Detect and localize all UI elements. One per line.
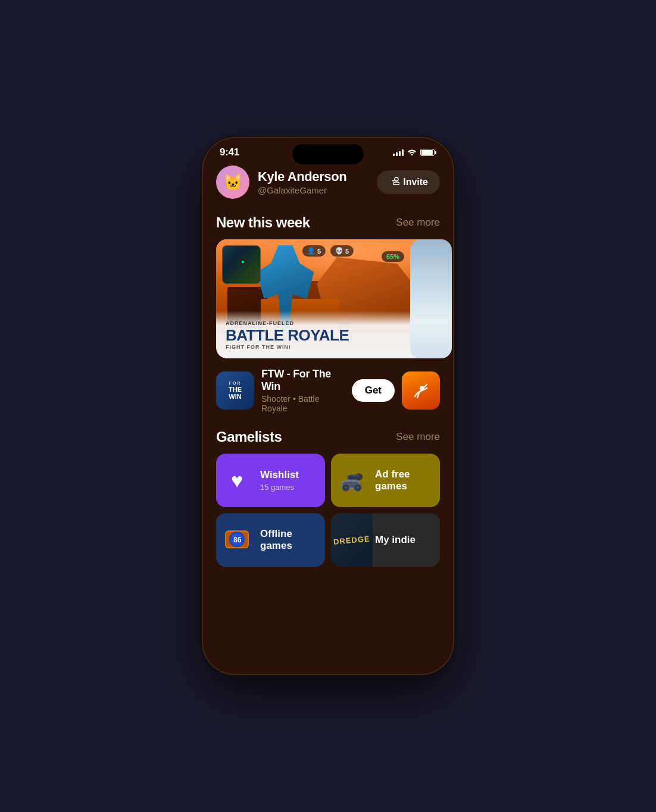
avatar: 🐱 bbox=[216, 165, 249, 199]
wishlist-name: Wishlist bbox=[260, 469, 319, 481]
road-sign-icon: 86 bbox=[221, 524, 252, 555]
card-tagline: Fight for the win! bbox=[226, 344, 430, 350]
indie-text: My indie bbox=[373, 534, 440, 546]
hud-players-badge: 👤 5 bbox=[302, 245, 326, 257]
game-details: FTW - For The Win Shooter • Battle Royal… bbox=[261, 368, 345, 413]
hud-players1: 5 bbox=[317, 248, 321, 255]
game-icon-inner: FOR THE WIN bbox=[216, 371, 254, 410]
offline-text: Offline games bbox=[258, 528, 325, 552]
peek-card bbox=[410, 239, 452, 358]
dredge-icon-container: DREDGE bbox=[331, 513, 373, 567]
svg-point-5 bbox=[420, 386, 424, 391]
hud-top: 👤 5 💀 5 bbox=[302, 245, 354, 257]
status-bar: 9:41 bbox=[203, 138, 453, 163]
peek-game-icon-inner bbox=[402, 371, 440, 410]
profile-name: Kyle Anderson bbox=[258, 169, 346, 185]
status-icons bbox=[393, 148, 436, 157]
wifi-icon bbox=[407, 148, 417, 157]
game-icon: FOR THE WIN bbox=[216, 371, 254, 410]
svg-point-16 bbox=[357, 474, 359, 477]
minimap-player-dot bbox=[242, 261, 244, 263]
game-icon-win: WIN bbox=[229, 393, 241, 400]
invite-button[interactable]: Invite bbox=[377, 170, 440, 194]
invite-label: Invite bbox=[403, 177, 428, 188]
gamelists-header: Gamelists See more bbox=[216, 429, 440, 445]
player-icon: 👤 bbox=[307, 247, 315, 255]
phone-frame: 9:41 bbox=[203, 138, 453, 674]
minimap bbox=[222, 245, 261, 284]
new-this-week-see-more[interactable]: See more bbox=[396, 217, 440, 229]
game-icon-for: FOR bbox=[229, 381, 242, 386]
game-screenshot: 👤 5 💀 5 65% bbox=[216, 239, 440, 358]
peek-card-inner bbox=[410, 239, 452, 358]
enemy-icon: 💀 bbox=[335, 247, 343, 255]
status-time: 9:41 bbox=[220, 146, 239, 158]
progress-ring: 65% bbox=[382, 251, 404, 262]
gamelist-item-wishlist[interactable]: ♥ Wishlist 15 games bbox=[216, 454, 325, 507]
content-scroll[interactable]: 🐱 Kyle Anderson @GalaxiteGamer Invite bbox=[203, 163, 453, 666]
ad-free-name: Ad freegames bbox=[375, 469, 434, 493]
cannon-icon-container bbox=[331, 454, 373, 507]
avatar-image: 🐱 bbox=[216, 165, 249, 199]
card-banner: Adrenaline-fueled Battle Royale Fight fo… bbox=[216, 311, 440, 358]
game-icon-the: THE bbox=[229, 386, 242, 393]
signal-icon bbox=[393, 149, 404, 156]
wishlist-count: 15 games bbox=[260, 483, 319, 492]
hud-players2: 5 bbox=[345, 248, 349, 255]
screen: 9:41 bbox=[203, 138, 453, 674]
road-sign-container: 86 bbox=[216, 513, 258, 567]
profile-section: 🐱 Kyle Anderson @GalaxiteGamer Invite bbox=[216, 165, 440, 199]
gamelist-item-ad-free[interactable]: Ad freegames bbox=[331, 454, 440, 507]
profile-handle: @GalaxiteGamer bbox=[258, 185, 346, 195]
wishlist-text: Wishlist 15 games bbox=[258, 469, 325, 491]
invite-person-icon bbox=[389, 176, 399, 188]
offline-name: Offline games bbox=[260, 528, 319, 552]
ad-free-text: Ad freegames bbox=[373, 469, 440, 493]
battery-icon bbox=[420, 149, 436, 156]
cannon-icon bbox=[335, 464, 368, 497]
game-info-row: FOR THE WIN FTW - For The Win Shooter • … bbox=[216, 368, 440, 413]
card-subtitle: Adrenaline-fueled bbox=[226, 320, 430, 326]
gamelists-title: Gamelists bbox=[216, 429, 282, 445]
dredge-icon-text: DREDGE bbox=[333, 534, 371, 546]
minimap-inner bbox=[223, 246, 260, 283]
new-this-week-title: New this week bbox=[216, 214, 310, 231]
peek-game-icon bbox=[402, 371, 440, 410]
svg-point-14 bbox=[357, 486, 359, 489]
profile-info: 🐱 Kyle Anderson @GalaxiteGamer bbox=[216, 165, 346, 199]
wishlist-icon-container: ♥ bbox=[216, 454, 258, 507]
get-button[interactable]: Get bbox=[352, 379, 395, 402]
svg-point-12 bbox=[345, 486, 347, 489]
heart-icon: ♥ bbox=[231, 469, 243, 492]
svg-text:86: 86 bbox=[233, 536, 242, 544]
gamelist-item-indie[interactable]: DREDGE My indie bbox=[331, 513, 440, 567]
game-name: FTW - For The Win bbox=[261, 368, 345, 393]
dynamic-island bbox=[292, 144, 364, 164]
gamelists-grid: ♥ Wishlist 15 games bbox=[216, 454, 440, 567]
card-title: Battle Royale bbox=[226, 327, 430, 343]
game-genre: Shooter • Battle Royale bbox=[261, 394, 345, 413]
hud-enemies-badge: 💀 5 bbox=[330, 245, 354, 257]
svg-point-15 bbox=[355, 473, 363, 480]
new-this-week-header: New this week See more bbox=[216, 214, 440, 231]
profile-text: Kyle Anderson @GalaxiteGamer bbox=[258, 169, 346, 195]
featured-game-card[interactable]: 👤 5 💀 5 65% bbox=[216, 239, 440, 358]
indie-name: My indie bbox=[375, 534, 434, 546]
gamelists-see-more[interactable]: See more bbox=[396, 431, 440, 443]
gamelist-item-offline[interactable]: 86 Offline games bbox=[216, 513, 325, 567]
